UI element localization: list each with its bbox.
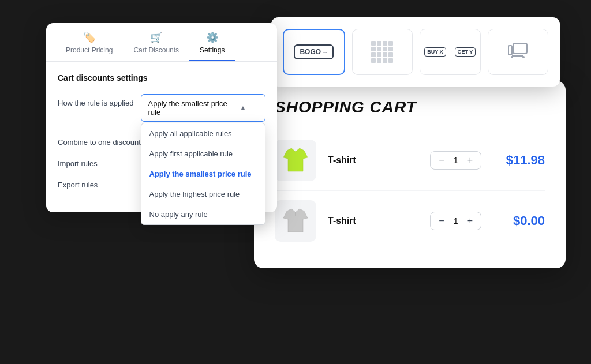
get-y-label: GET Y bbox=[455, 47, 476, 57]
tab-product-pricing-label: Product Pricing bbox=[66, 46, 113, 54]
discount-card-grid[interactable] bbox=[352, 29, 413, 75]
cart-title: SHOPPING CART bbox=[275, 98, 545, 117]
product-thumb-1 bbox=[275, 140, 316, 181]
price-2: $0.00 bbox=[493, 213, 545, 228]
cart-item-1: T-shirt − 1 + $11.98 bbox=[275, 130, 545, 191]
svg-rect-1 bbox=[513, 43, 527, 54]
rule-select-trigger[interactable]: Apply the smallest price rule ▲ bbox=[141, 94, 265, 122]
discount-card-bogo[interactable]: BOGO → bbox=[283, 29, 345, 75]
qty-decrease-1[interactable]: − bbox=[437, 155, 445, 166]
cart-discount-icon bbox=[507, 41, 528, 63]
settings-panel: 🏷️ Product Pricing 🛒 Cart Discounts ⚙️ S… bbox=[46, 23, 277, 212]
tab-settings[interactable]: ⚙️ Settings bbox=[189, 23, 235, 61]
option-first-applicable[interactable]: Apply first applicable rule bbox=[141, 144, 265, 164]
discount-card-buyx[interactable]: BUY X → GET Y bbox=[420, 29, 481, 75]
cart-panel: SHOPPING CART T-shirt − 1 + $11.98 T-shi… bbox=[254, 81, 566, 268]
gear-icon: ⚙️ bbox=[206, 31, 219, 44]
rule-applied-row: How the rule is applied Apply the smalle… bbox=[58, 94, 265, 122]
tag-icon: 🏷️ bbox=[83, 31, 96, 44]
discount-card-cart[interactable] bbox=[488, 29, 549, 75]
bogo-arrow-icon: → bbox=[322, 49, 328, 55]
svg-rect-0 bbox=[508, 46, 512, 55]
price-1: $11.98 bbox=[493, 153, 545, 168]
option-no-apply[interactable]: No apply any rule bbox=[141, 204, 265, 224]
rule-select-wrapper: Apply the smallest price rule ▲ Apply al… bbox=[141, 94, 265, 122]
option-all-applicable[interactable]: Apply all applicable rules bbox=[141, 123, 265, 144]
bogo-label: BOGO → bbox=[294, 44, 334, 59]
export-rules-link[interactable]: Export rules bbox=[58, 179, 98, 189]
discount-cards-panel: BOGO → BUY X → GET Y bbox=[271, 17, 560, 87]
qty-value-1: 1 bbox=[452, 156, 459, 165]
cart-tab-icon: 🛒 bbox=[150, 31, 163, 44]
tab-bar: 🏷️ Product Pricing 🛒 Cart Discounts ⚙️ S… bbox=[46, 23, 277, 62]
bogo-text: BOGO bbox=[300, 48, 321, 56]
arrow-icon: → bbox=[448, 49, 453, 55]
product-name-1: T-shirt bbox=[328, 155, 418, 166]
product-name-2: T-shirt bbox=[328, 216, 418, 226]
cart-item-2: T-shirt − 1 + $0.00 bbox=[275, 191, 545, 251]
buyx-box: BUY X → GET Y bbox=[424, 47, 476, 57]
tab-cart-discounts-label: Cart Discounts bbox=[133, 46, 179, 54]
qty-increase-2[interactable]: + bbox=[466, 216, 474, 226]
qty-decrease-2[interactable]: − bbox=[437, 216, 445, 226]
option-smallest-price[interactable]: Apply the smallest price rule bbox=[141, 164, 265, 184]
quantity-control-2: − 1 + bbox=[430, 212, 481, 230]
section-title: Cart discounts settings bbox=[58, 73, 265, 82]
tab-settings-label: Settings bbox=[200, 46, 225, 54]
import-rules-link[interactable]: Import rules bbox=[58, 158, 98, 168]
buy-x-label: BUY X bbox=[424, 47, 446, 57]
rule-select-dropdown: Apply all applicable rules Apply first a… bbox=[141, 123, 265, 225]
product-thumb-2 bbox=[275, 200, 316, 242]
settings-content: Cart discounts settings How the rule is … bbox=[46, 62, 277, 212]
qty-value-2: 1 bbox=[452, 216, 459, 226]
grid-icon bbox=[371, 41, 393, 63]
chevron-up-icon: ▲ bbox=[240, 104, 246, 112]
option-highest-price[interactable]: Apply the highest price rule bbox=[141, 184, 265, 204]
rule-select-value: Apply the smallest price rule bbox=[148, 99, 240, 117]
combine-label: Combine to one discount? bbox=[58, 133, 145, 147]
tab-cart-discounts[interactable]: 🛒 Cart Discounts bbox=[123, 23, 189, 61]
quantity-control-1: − 1 + bbox=[430, 151, 481, 170]
qty-increase-1[interactable]: + bbox=[466, 155, 474, 166]
rule-applied-label: How the rule is applied bbox=[58, 94, 134, 107]
tab-product-pricing[interactable]: 🏷️ Product Pricing bbox=[55, 23, 123, 61]
